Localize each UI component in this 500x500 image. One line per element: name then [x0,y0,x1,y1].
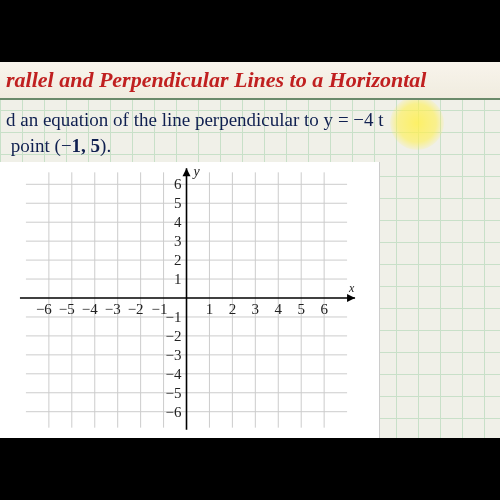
header-bar: rallel and Perpendicular Lines to a Hori… [0,62,500,100]
svg-text:4: 4 [275,301,283,317]
y-axis-arrow [183,168,191,176]
svg-text:−1: −1 [166,309,182,325]
svg-text:−4: −4 [82,301,98,317]
svg-text:1: 1 [206,301,213,317]
svg-text:2: 2 [229,301,236,317]
x-axis-arrow [347,294,355,302]
svg-text:−5: −5 [166,385,182,401]
prompt-text-1: d an equation of the line perpendicular … [6,109,333,130]
svg-text:5: 5 [297,301,304,317]
coordinate-plane: y x −6−5−4−3−2−1 123456 654321 −1−2−3−4−… [0,162,380,438]
prompt-close: ). [100,135,111,156]
svg-text:−5: −5 [59,301,75,317]
svg-text:2: 2 [174,252,181,268]
svg-text:−2: −2 [128,301,144,317]
svg-text:−6: −6 [166,404,182,420]
y-axis-label: y [191,164,200,179]
prompt-value-4: 4 t [364,109,384,130]
svg-text:1: 1 [174,271,181,287]
prompt-point-y: , 5 [81,135,100,156]
svg-text:4: 4 [174,214,182,230]
svg-text:3: 3 [174,233,181,249]
prompt-text-2: point ( [11,135,61,156]
svg-text:5: 5 [174,195,181,211]
svg-text:−4: −4 [166,366,182,382]
svg-text:−6: −6 [36,301,52,317]
svg-text:−3: −3 [105,301,121,317]
svg-text:−3: −3 [166,347,182,363]
coordinate-svg: y x −6−5−4−3−2−1 123456 654321 −1−2−3−4−… [0,162,379,438]
problem-prompt: d an equation of the line perpendicular … [0,103,500,162]
svg-text:6: 6 [174,176,182,192]
svg-text:6: 6 [320,301,328,317]
letterbox-top [0,0,500,62]
letterbox-bottom [0,438,500,500]
page-title: rallel and Perpendicular Lines to a Hori… [6,67,426,93]
x-tick-labels: −6−5−4−3−2−1 123456 [36,301,328,317]
svg-text:−2: −2 [166,328,182,344]
prompt-point-x: 1 [72,135,82,156]
x-axis-label: x [348,281,355,295]
svg-text:3: 3 [252,301,259,317]
